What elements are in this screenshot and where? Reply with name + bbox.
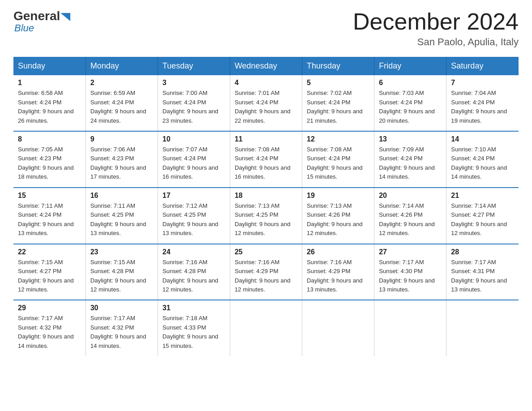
day-info: Sunrise: 7:02 AMSunset: 4:24 PMDaylight:… [307, 89, 369, 125]
calendar-cell: 23Sunrise: 7:15 AMSunset: 4:28 PMDayligh… [86, 244, 158, 300]
day-number: 18 [235, 192, 297, 200]
day-number: 1 [18, 79, 81, 87]
svg-marker-0 [60, 13, 70, 21]
day-number: 20 [379, 192, 442, 200]
day-info: Sunrise: 7:17 AMSunset: 4:31 PMDaylight:… [451, 258, 514, 295]
calendar-week-5: 29Sunrise: 7:17 AMSunset: 4:32 PMDayligh… [13, 300, 519, 356]
day-info: Sunrise: 7:17 AMSunset: 4:30 PMDaylight:… [379, 258, 442, 295]
day-info: Sunrise: 7:14 AMSunset: 4:27 PMDaylight:… [451, 201, 514, 238]
day-number: 8 [18, 135, 81, 143]
calendar-cell: 12Sunrise: 7:08 AMSunset: 4:24 PMDayligh… [302, 131, 374, 188]
calendar-cell [446, 300, 519, 356]
calendar-cell: 18Sunrise: 7:13 AMSunset: 4:25 PMDayligh… [230, 188, 302, 244]
day-number: 4 [235, 79, 297, 87]
calendar-cell: 10Sunrise: 7:07 AMSunset: 4:24 PMDayligh… [158, 131, 230, 188]
calendar-cell: 15Sunrise: 7:11 AMSunset: 4:24 PMDayligh… [13, 188, 86, 244]
day-number: 3 [163, 79, 225, 87]
calendar-cell: 1Sunrise: 6:58 AMSunset: 4:24 PMDaylight… [13, 75, 86, 131]
calendar-cell: 9Sunrise: 7:06 AMSunset: 4:23 PMDaylight… [86, 131, 158, 188]
calendar-cell: 3Sunrise: 7:00 AMSunset: 4:24 PMDaylight… [158, 75, 230, 131]
logo-blue: Blue [14, 22, 34, 34]
day-info: Sunrise: 6:59 AMSunset: 4:24 PMDaylight:… [90, 89, 153, 125]
day-info: Sunrise: 7:11 AMSunset: 4:25 PMDaylight:… [90, 201, 153, 238]
col-header-monday: Monday [86, 57, 158, 75]
calendar-cell: 26Sunrise: 7:16 AMSunset: 4:29 PMDayligh… [302, 244, 374, 300]
month-title: December 2024 [353, 9, 519, 34]
calendar-cell: 14Sunrise: 7:10 AMSunset: 4:24 PMDayligh… [446, 131, 519, 188]
col-header-thursday: Thursday [302, 57, 374, 75]
day-number: 23 [90, 248, 153, 256]
col-header-friday: Friday [374, 57, 446, 75]
logo-general: General [13, 9, 70, 23]
day-number: 19 [307, 192, 369, 200]
day-info: Sunrise: 7:12 AMSunset: 4:25 PMDaylight:… [163, 201, 225, 238]
col-header-wednesday: Wednesday [230, 57, 302, 75]
day-info: Sunrise: 7:06 AMSunset: 4:23 PMDaylight:… [90, 145, 153, 182]
calendar-table: SundayMondayTuesdayWednesdayThursdayFrid… [13, 57, 519, 356]
day-number: 2 [90, 79, 153, 87]
day-info: Sunrise: 7:16 AMSunset: 4:28 PMDaylight:… [163, 258, 225, 295]
calendar-cell: 30Sunrise: 7:17 AMSunset: 4:32 PMDayligh… [86, 300, 158, 356]
calendar-cell: 11Sunrise: 7:08 AMSunset: 4:24 PMDayligh… [230, 131, 302, 188]
location: San Paolo, Apulia, Italy [353, 36, 519, 48]
calendar-cell: 16Sunrise: 7:11 AMSunset: 4:25 PMDayligh… [86, 188, 158, 244]
calendar-cell: 4Sunrise: 7:01 AMSunset: 4:24 PMDaylight… [230, 75, 302, 131]
day-info: Sunrise: 7:16 AMSunset: 4:29 PMDaylight:… [307, 258, 369, 295]
col-header-tuesday: Tuesday [158, 57, 230, 75]
calendar-header-row: SundayMondayTuesdayWednesdayThursdayFrid… [13, 57, 519, 75]
day-info: Sunrise: 7:11 AMSunset: 4:24 PMDaylight:… [18, 201, 81, 238]
day-number: 26 [307, 248, 369, 256]
day-number: 14 [451, 135, 514, 143]
day-info: Sunrise: 7:16 AMSunset: 4:29 PMDaylight:… [235, 258, 297, 295]
day-info: Sunrise: 7:00 AMSunset: 4:24 PMDaylight:… [163, 89, 225, 125]
calendar-week-1: 1Sunrise: 6:58 AMSunset: 4:24 PMDaylight… [13, 75, 519, 131]
day-number: 7 [451, 79, 514, 87]
calendar-cell: 20Sunrise: 7:14 AMSunset: 4:26 PMDayligh… [374, 188, 446, 244]
day-info: Sunrise: 7:05 AMSunset: 4:23 PMDaylight:… [18, 145, 81, 182]
day-info: Sunrise: 7:08 AMSunset: 4:24 PMDaylight:… [307, 145, 369, 182]
day-info: Sunrise: 7:04 AMSunset: 4:24 PMDaylight:… [451, 89, 514, 125]
calendar-cell: 13Sunrise: 7:09 AMSunset: 4:24 PMDayligh… [374, 131, 446, 188]
calendar-cell: 22Sunrise: 7:15 AMSunset: 4:27 PMDayligh… [13, 244, 86, 300]
calendar-cell: 24Sunrise: 7:16 AMSunset: 4:28 PMDayligh… [158, 244, 230, 300]
day-info: Sunrise: 7:15 AMSunset: 4:27 PMDaylight:… [18, 258, 81, 295]
day-number: 9 [90, 135, 153, 143]
day-number: 5 [307, 79, 369, 87]
day-number: 22 [18, 248, 81, 256]
logo: General Blue [13, 9, 70, 34]
calendar-cell [374, 300, 446, 356]
day-number: 29 [18, 304, 81, 312]
day-number: 10 [163, 135, 225, 143]
calendar-cell [302, 300, 374, 356]
calendar-cell: 19Sunrise: 7:13 AMSunset: 4:26 PMDayligh… [302, 188, 374, 244]
day-info: Sunrise: 7:14 AMSunset: 4:26 PMDaylight:… [379, 201, 442, 238]
day-number: 16 [90, 192, 153, 200]
day-info: Sunrise: 7:07 AMSunset: 4:24 PMDaylight:… [163, 145, 225, 182]
calendar-week-4: 22Sunrise: 7:15 AMSunset: 4:27 PMDayligh… [13, 244, 519, 300]
day-number: 6 [379, 79, 442, 87]
day-number: 24 [163, 248, 225, 256]
day-number: 13 [379, 135, 442, 143]
day-info: Sunrise: 7:18 AMSunset: 4:33 PMDaylight:… [163, 314, 225, 351]
day-info: Sunrise: 7:01 AMSunset: 4:24 PMDaylight:… [235, 89, 297, 125]
calendar-cell: 2Sunrise: 6:59 AMSunset: 4:24 PMDaylight… [86, 75, 158, 131]
day-info: Sunrise: 7:10 AMSunset: 4:24 PMDaylight:… [451, 145, 514, 182]
calendar-cell: 28Sunrise: 7:17 AMSunset: 4:31 PMDayligh… [446, 244, 519, 300]
day-number: 12 [307, 135, 369, 143]
day-info: Sunrise: 7:13 AMSunset: 4:26 PMDaylight:… [307, 201, 369, 238]
calendar-cell: 5Sunrise: 7:02 AMSunset: 4:24 PMDaylight… [302, 75, 374, 131]
title-block: December 2024 San Paolo, Apulia, Italy [353, 9, 519, 48]
day-info: Sunrise: 7:13 AMSunset: 4:25 PMDaylight:… [235, 201, 297, 238]
calendar-cell: 27Sunrise: 7:17 AMSunset: 4:30 PMDayligh… [374, 244, 446, 300]
calendar-week-3: 15Sunrise: 7:11 AMSunset: 4:24 PMDayligh… [13, 188, 519, 244]
calendar-cell: 31Sunrise: 7:18 AMSunset: 4:33 PMDayligh… [158, 300, 230, 356]
calendar-cell: 29Sunrise: 7:17 AMSunset: 4:32 PMDayligh… [13, 300, 86, 356]
day-info: Sunrise: 7:17 AMSunset: 4:32 PMDaylight:… [18, 314, 81, 351]
calendar-cell: 8Sunrise: 7:05 AMSunset: 4:23 PMDaylight… [13, 131, 86, 188]
calendar-cell [230, 300, 302, 356]
col-header-saturday: Saturday [446, 57, 519, 75]
day-number: 31 [163, 304, 225, 312]
day-info: Sunrise: 7:03 AMSunset: 4:24 PMDaylight:… [379, 89, 442, 125]
day-info: Sunrise: 7:15 AMSunset: 4:28 PMDaylight:… [90, 258, 153, 295]
day-number: 15 [18, 192, 81, 200]
